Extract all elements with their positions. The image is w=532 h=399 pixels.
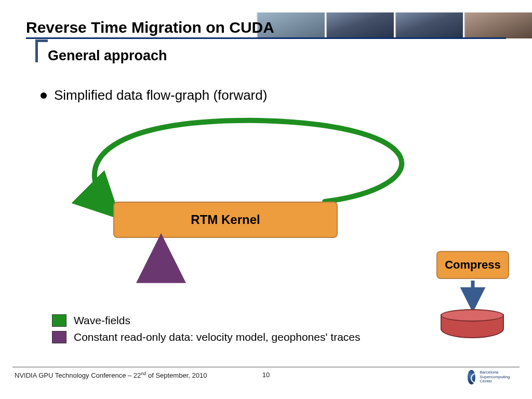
legend-item: Constant read-only data: velocity model,… bbox=[52, 331, 361, 343]
bsc-logo-icon bbox=[468, 370, 475, 384]
footer-logo: Barcelona Supercomputing Center bbox=[468, 369, 514, 385]
bullet-dot-icon bbox=[41, 92, 47, 99]
legend-swatch-wavefields bbox=[52, 314, 66, 327]
compress-node: Compress bbox=[436, 251, 509, 279]
legend-item: Wave-fields bbox=[52, 314, 361, 327]
flow-diagram: RTM Kernel Compress bbox=[36, 109, 509, 327]
banner-photo bbox=[395, 12, 463, 38]
legend: Wave-fields Constant read-only data: vel… bbox=[52, 314, 361, 348]
bsc-logo-text: Barcelona Supercomputing Center bbox=[480, 370, 514, 384]
bullet-text: Simplified data flow-graph (forward) bbox=[54, 87, 267, 103]
footer-rule bbox=[12, 367, 520, 367]
subtitle-bracket-icon bbox=[35, 39, 48, 62]
title-bar: Reverse Time Migration on CUDA bbox=[0, 12, 532, 39]
page-number: 10 bbox=[0, 371, 532, 379]
slide-subtitle: General approach bbox=[48, 48, 167, 64]
banner-photo-strip bbox=[257, 12, 532, 38]
title-underline bbox=[26, 37, 506, 39]
compress-label: Compress bbox=[445, 258, 501, 272]
legend-swatch-constant-data bbox=[52, 331, 66, 343]
banner-photo bbox=[464, 12, 532, 38]
rtm-kernel-node: RTM Kernel bbox=[113, 202, 338, 238]
rtm-kernel-label: RTM Kernel bbox=[191, 212, 260, 227]
legend-label: Wave-fields bbox=[74, 314, 130, 327]
banner-photo bbox=[326, 12, 394, 38]
slide-title: Reverse Time Migration on CUDA bbox=[26, 19, 274, 36]
bullet-item: Simplified data flow-graph (forward) bbox=[41, 87, 267, 103]
legend-label: Constant read-only data: velocity model,… bbox=[74, 331, 361, 343]
storage-cylinder-icon bbox=[441, 309, 504, 343]
